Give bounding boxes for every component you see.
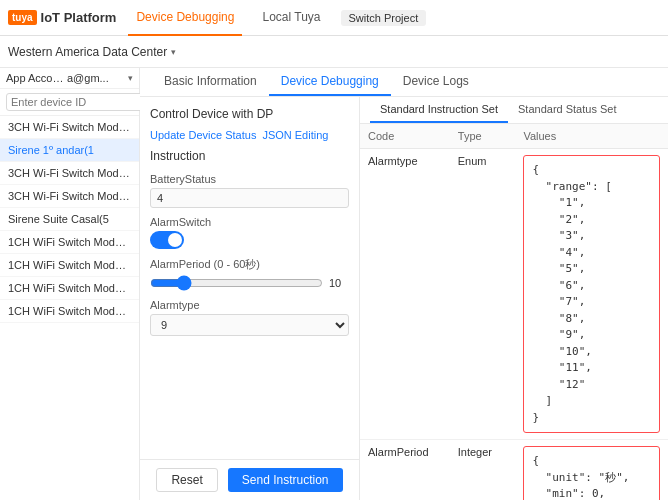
instruction-tabs: Standard Instruction Set Standard Status…: [360, 97, 668, 124]
alarm-period-value: 10: [329, 277, 349, 289]
account-value: a@gm...: [67, 72, 126, 84]
list-item[interactable]: 1CH WiFi Switch Module 2(e: [0, 300, 139, 323]
instruction-table: Code Type Values Alarmtype Enum { "range…: [360, 124, 668, 500]
alarmtype-field: Alarmtype 9: [150, 299, 349, 336]
alarmperiod-code-box: { "unit": "秒", "min": 0, "max": 60, "sca…: [523, 446, 660, 500]
alarmtype-select[interactable]: 9: [150, 314, 349, 336]
device-list: 3CH Wi-Fi Switch Module 2(et Sirene 1º a…: [0, 116, 139, 500]
content-inner: Control Device with DP Update Device Sta…: [140, 97, 668, 500]
alarm-period-slider-row: 10: [150, 275, 349, 291]
dp-links-row: Update Device Status JSON Editing: [150, 129, 349, 141]
reset-button[interactable]: Reset: [156, 468, 217, 492]
region-label: Western America Data Center: [8, 45, 167, 59]
nav-tab-local-tuya[interactable]: Local Tuya: [254, 0, 328, 36]
list-item[interactable]: 3CH Wi-Fi Switch Module 1(: [0, 185, 139, 208]
content-area: Basic Information Device Debugging Devic…: [140, 68, 668, 500]
search-input[interactable]: [6, 93, 154, 111]
top-nav: tuya IoT Platform Device Debugging Local…: [0, 0, 668, 36]
update-device-status-link[interactable]: Update Device Status: [150, 129, 256, 141]
col-code: Code: [360, 124, 450, 149]
account-row: App Account / a@gm... ▾: [0, 68, 139, 89]
control-dp-label: Control Device with DP: [150, 107, 273, 121]
alarm-period-label: AlarmPeriod (0 - 60秒): [150, 257, 349, 272]
list-item[interactable]: 1CH WiFi Switch Module 4(e: [0, 254, 139, 277]
alarm-period-field: AlarmPeriod (0 - 60秒) 10: [150, 257, 349, 291]
col-values: Values: [515, 124, 668, 149]
content-tabs: Basic Information Device Debugging Devic…: [140, 68, 668, 97]
json-editing-link[interactable]: JSON Editing: [262, 129, 328, 141]
row-code-alarmtype: Alarmtype: [360, 149, 450, 440]
battery-status-input[interactable]: [150, 188, 349, 208]
row-type-alarmperiod: Integer: [450, 440, 516, 501]
row-values-alarmtype: { "range": [ "1", "2", "3", "4", "5", "6…: [515, 149, 668, 440]
dp-panel: Control Device with DP Update Device Sta…: [140, 97, 360, 500]
list-item[interactable]: 3CH Wi-Fi Switch Module 3(: [0, 162, 139, 185]
row-type-alarmtype: Enum: [450, 149, 516, 440]
list-item[interactable]: Sirene 1º andar(1: [0, 139, 139, 162]
instruction-table-wrap: Code Type Values Alarmtype Enum { "range…: [360, 124, 668, 500]
main-layout: App Account / a@gm... ▾ 🔍 3CH Wi-Fi Swit…: [0, 68, 668, 500]
row-values-alarmperiod: { "unit": "秒", "min": 0, "max": 60, "sca…: [515, 440, 668, 501]
list-item[interactable]: 3CH Wi-Fi Switch Module 2(et: [0, 116, 139, 139]
alarm-switch-field: AlarmSwitch: [150, 216, 349, 249]
table-row: AlarmPeriod Integer { "unit": "秒", "min"…: [360, 440, 668, 501]
list-item[interactable]: 1CH WiFi Switch Module 3(e: [0, 277, 139, 300]
list-item[interactable]: 1CH WiFi Switch Module 1(e: [0, 231, 139, 254]
col-type: Type: [450, 124, 516, 149]
logo-area: tuya IoT Platform: [8, 10, 116, 25]
tab-device-logs[interactable]: Device Logs: [391, 68, 481, 96]
instruction-label: Instruction: [150, 149, 349, 163]
alarmtype-label: Alarmtype: [150, 299, 349, 311]
battery-status-field: BatteryStatus: [150, 173, 349, 208]
alarmtype-code-box: { "range": [ "1", "2", "3", "4", "5", "6…: [523, 155, 660, 433]
dp-action-row: Control Device with DP: [150, 107, 349, 121]
logo-title: IoT Platform: [41, 10, 117, 25]
alarm-switch-label: AlarmSwitch: [150, 216, 349, 228]
tab-standard-instruction-set[interactable]: Standard Instruction Set: [370, 97, 508, 123]
tab-basic-information[interactable]: Basic Information: [152, 68, 269, 96]
battery-status-label: BatteryStatus: [150, 173, 349, 185]
region-select[interactable]: Western America Data Center ▾: [8, 45, 176, 59]
nav-tab-device-debugging[interactable]: Device Debugging: [128, 0, 242, 36]
nav-switch-project[interactable]: Switch Project: [341, 10, 427, 26]
sidebar: App Account / a@gm... ▾ 🔍 3CH Wi-Fi Swit…: [0, 68, 140, 500]
alarm-switch-toggle[interactable]: [150, 231, 184, 249]
region-bar: Western America Data Center ▾: [0, 36, 668, 68]
bottom-buttons: Reset Send Instruction: [140, 459, 359, 500]
account-path: App Account /: [6, 72, 65, 84]
instruction-panel: Standard Instruction Set Standard Status…: [360, 97, 668, 500]
tuya-badge: tuya: [8, 10, 37, 25]
tab-device-debugging[interactable]: Device Debugging: [269, 68, 391, 96]
tab-standard-status-set[interactable]: Standard Status Set: [508, 97, 626, 123]
table-row: Alarmtype Enum { "range": [ "1", "2", "3…: [360, 149, 668, 440]
row-code-alarmperiod: AlarmPeriod: [360, 440, 450, 501]
send-instruction-button[interactable]: Send Instruction: [228, 468, 343, 492]
chevron-down-icon: ▾: [171, 47, 176, 57]
search-row: 🔍: [0, 89, 139, 116]
alarm-period-slider[interactable]: [150, 275, 323, 291]
list-item[interactable]: Sirene Suite Casal(5: [0, 208, 139, 231]
account-chevron-icon[interactable]: ▾: [128, 73, 133, 83]
